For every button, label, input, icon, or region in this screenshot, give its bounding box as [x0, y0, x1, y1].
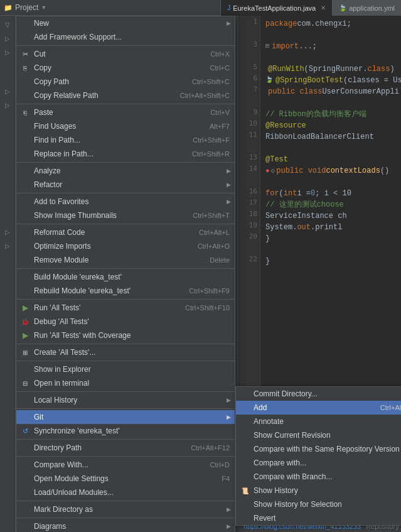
menu-item-dir-path[interactable]: Directory Path Ctrl+Alt+F12 [16, 441, 235, 455]
menu-item-analyze[interactable]: Analyze [16, 164, 235, 178]
menu-item-synchronize[interactable]: ↺ Synchronize 'eureka_test' [16, 424, 235, 438]
menu-item-local-history[interactable]: Local History [16, 393, 235, 407]
menu-item-new[interactable]: New [16, 16, 235, 30]
shortcut-copy: Ctrl+C [198, 64, 230, 72]
gutter-line-10: 10 [238, 117, 260, 129]
submenu-label-compare-with: Compare with... [254, 459, 306, 467]
submenu-compare-with[interactable]: Compare with... [236, 456, 401, 470]
menu-item-add-framework[interactable]: Add Framework Support... [16, 30, 235, 44]
submenu-annotate[interactable]: Annotate [236, 415, 401, 428]
submenu-show-revision[interactable]: Show Current Revision [236, 428, 401, 442]
sidebar-icon-5[interactable]: ▷ [1, 99, 14, 111]
sidebar-icon-6[interactable]: ▷ [1, 225, 14, 238]
sidebar-icon-4[interactable]: ▷ [1, 85, 14, 97]
gutter-line-1: 1 [238, 16, 260, 27]
submenu-label-annotate: Annotate [254, 417, 284, 426]
separator-9 [16, 361, 235, 361]
submenu-commit-dir[interactable]: Commit Directory... [236, 387, 401, 401]
menu-item-show-thumbnails[interactable]: Show Image Thumbnails Ctrl+Shift+T [16, 209, 235, 222]
menu-item-refactor[interactable]: Refactor [16, 178, 235, 192]
shortcut-add: Ctrl+Alt+A [368, 404, 401, 411]
menu-item-load-unload[interactable]: Load/Unload Modules... [16, 486, 235, 499]
menu-item-cut[interactable]: ✂ Cut Ctrl+X [16, 47, 235, 61]
gutter-line-6: 6 [238, 72, 260, 84]
submenu-add[interactable]: Add Ctrl+Alt+A [236, 401, 401, 415]
menu-item-rebuild-module[interactable]: Rebuild Module 'eureka_test' Ctrl+Shift+… [16, 284, 235, 298]
menu-item-run-all[interactable]: ▶ Run 'All Tests' Ctrl+Shift+F10 [16, 301, 235, 315]
menu-label-copy-path: Copy Path [34, 77, 69, 86]
separator-1 [16, 45, 235, 46]
menu-item-copy-path[interactable]: Copy Path Ctrl+Shift+C [16, 75, 235, 89]
copy-icon: ⎘ [19, 65, 31, 72]
menu-item-replace-path[interactable]: Replace in Path... Ctrl+Shift+R [16, 147, 235, 161]
menu-item-reformat[interactable]: Reformat Code Ctrl+Alt+L [16, 225, 235, 239]
menu-item-remove-module[interactable]: Remove Module Delete [16, 253, 235, 267]
sidebar-icon-7[interactable]: ▷ [1, 239, 14, 252]
kw-class: class [367, 63, 390, 75]
annotation-test: @Test [265, 154, 288, 165]
code-line-5: @RunWith (SpringRunner. class ) [265, 63, 396, 75]
kw-import: import [272, 41, 299, 52]
sidebar-icon-2[interactable]: ▷ [1, 32, 14, 45]
gutter-line-19: 19 [238, 219, 260, 231]
menu-item-copy-relative[interactable]: Copy Relative Path Ctrl+Alt+Shift+C [16, 89, 235, 102]
menu-item-compare-with[interactable]: Compare With... Ctrl+D [16, 458, 235, 472]
code-line-1: package com.chengxi; [265, 18, 396, 30]
left-sidebar: ▽ ▷ ▷ ▷ ▷ ▷ ▷ [0, 16, 16, 532]
import-dots: ...; [299, 41, 317, 52]
menu-item-build-module[interactable]: Build Module 'eureka_test' [16, 270, 235, 284]
println: .printl [311, 222, 342, 233]
submenu-compare-branch[interactable]: Compare with Branch... [236, 470, 401, 484]
project-dropdown-icon[interactable]: ▼ [41, 4, 46, 11]
menu-item-run-coverage[interactable]: ▶ Run 'All Tests' with Coverage [16, 328, 235, 342]
gutter-line-13: 13 [238, 151, 260, 163]
submenu-show-history-sel[interactable]: Show History for Selection [236, 497, 401, 511]
project-label[interactable]: Project [15, 3, 38, 12]
submenu-show-history[interactable]: 📜 Show History [236, 484, 401, 497]
submenu-revert[interactable]: Revert [236, 511, 401, 525]
menu-item-find-usages[interactable]: Find Usages Alt+F7 [16, 119, 235, 133]
code-line-18: ServiceInstance ch [265, 210, 396, 222]
sidebar-icon-1[interactable]: ▽ [1, 18, 14, 31]
code-line-8 [265, 97, 396, 109]
menu-label-show-explorer: Show in Explorer [34, 365, 91, 374]
menu-item-find-path[interactable]: Find in Path... Ctrl+Shift+F [16, 133, 235, 147]
menu-item-copy[interactable]: ⎘ Copy Ctrl+C [16, 61, 235, 75]
menu-item-module-settings[interactable]: Open Module Settings F4 [16, 472, 235, 486]
menu-label-local-history: Local History [34, 396, 77, 404]
tab-java[interactable]: J EurekaTestApplication.java ✕ [220, 0, 332, 16]
code-line-12 [265, 143, 396, 154]
menu-item-open-terminal[interactable]: ⊟ Open in terminal [16, 376, 235, 390]
menu-item-paste[interactable]: ⎗ Paste Ctrl+V [16, 106, 235, 119]
menu-item-show-explorer[interactable]: Show in Explorer [16, 362, 235, 376]
sidebar-icon-3[interactable]: ▷ [1, 46, 14, 58]
main-layout: ▽ ▷ ▷ ▷ ▷ ▷ ▷ New Add Framework Support.… [0, 16, 401, 532]
menu-item-add-favorites[interactable]: Add to Favorites [16, 195, 235, 209]
submenu-label-show-revision: Show Current Revision [254, 431, 331, 440]
menu-item-debug-all[interactable]: 🐞 Debug 'All Tests' [16, 315, 235, 328]
cut-icon: ✂ [19, 50, 31, 58]
code-line-22: } [265, 256, 396, 267]
runwith-close: ) [390, 63, 394, 75]
menu-item-mark-dir[interactable]: Mark Directory as [16, 502, 235, 516]
code-line-9: // Ribbon的负载均衡客户端 [265, 109, 396, 120]
separator-4 [16, 193, 235, 193]
submenu-compare-same[interactable]: Compare with the Same Repository Version [236, 442, 401, 456]
code-line-21 [265, 244, 396, 256]
context-menu: New Add Framework Support... ✂ Cut Ctrl+… [16, 16, 235, 532]
gutter-line-14: 14 [238, 163, 260, 174]
tab-yml-label: application.yml [349, 4, 395, 12]
menu-item-git[interactable]: Git [16, 410, 235, 424]
menu-item-create-tests[interactable]: ⊞ Create 'All Tests'... [16, 345, 235, 359]
kw-for: for [265, 188, 279, 199]
menu-label-reformat: Reformat Code [34, 228, 85, 237]
tab-java-close[interactable]: ✕ [321, 4, 326, 11]
code-line-13: @Test [265, 154, 396, 165]
menu-item-optimize[interactable]: Optimize Imports Ctrl+Alt+O [16, 239, 235, 253]
shortcut-copy-path: Ctrl+Shift+C [179, 78, 230, 85]
menu-label-new: New [34, 19, 49, 28]
menu-label-copy: Copy [34, 63, 51, 72]
tab-yml[interactable]: 🍃 application.yml [332, 0, 401, 16]
for-semi: ; i < 10 [315, 188, 351, 199]
menu-item-diagrams[interactable]: Diagrams [16, 519, 235, 532]
